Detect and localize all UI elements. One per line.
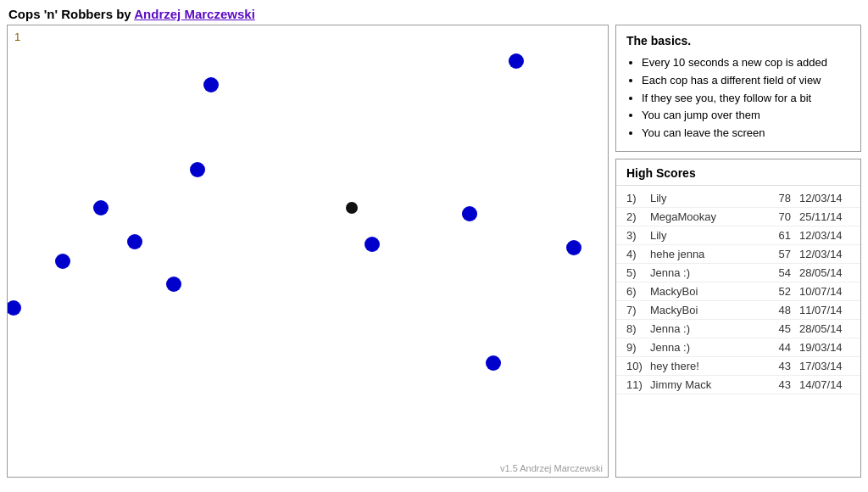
game-canvas[interactable]: 1 v1.5 Andrzej Marczewski bbox=[7, 25, 609, 478]
basics-title: The basics. bbox=[626, 34, 850, 48]
hs-name: Jenna :) bbox=[650, 341, 760, 354]
highscore-row: 7)MackyBoi4811/07/14 bbox=[616, 301, 860, 320]
version-label: v1.5 Andrzej Marczewski bbox=[500, 463, 603, 473]
hs-name: Jenna :) bbox=[650, 266, 760, 279]
hs-date: 19/03/14 bbox=[799, 341, 850, 354]
basics-item: Each cop has a different field of view bbox=[642, 72, 850, 90]
hs-score: 44 bbox=[760, 341, 791, 354]
score-label: 1 bbox=[14, 31, 20, 43]
hs-name: MegaMookay bbox=[650, 210, 760, 223]
hs-rank: 1) bbox=[626, 192, 650, 204]
main-layout: 1 v1.5 Andrzej Marczewski The basics. Ev… bbox=[0, 25, 868, 484]
cop-dot bbox=[462, 206, 477, 221]
highscore-row: 1)Lily7812/03/14 bbox=[616, 189, 860, 208]
hs-rank: 3) bbox=[626, 229, 650, 242]
cop-dot bbox=[166, 277, 181, 292]
hs-score: 45 bbox=[760, 322, 791, 335]
highscore-row: 10)hey there!4317/03/14 bbox=[616, 357, 860, 376]
title-text: Cops 'n' Robbers by bbox=[8, 7, 134, 21]
hs-date: 11/07/14 bbox=[799, 304, 850, 316]
hs-date: 28/05/14 bbox=[799, 322, 850, 335]
cop-dot bbox=[364, 237, 380, 252]
hs-date: 28/05/14 bbox=[799, 266, 850, 279]
page-header: Cops 'n' Robbers by Andrzej Marczewski bbox=[0, 0, 868, 25]
hs-date: 25/11/14 bbox=[799, 210, 850, 223]
hs-score: 57 bbox=[760, 248, 791, 260]
highscore-row: 6)MackyBoi5210/07/14 bbox=[616, 282, 860, 301]
hs-score: 54 bbox=[760, 266, 791, 279]
hs-rank: 10) bbox=[626, 360, 650, 372]
highscore-row: 8)Jenna :)4528/05/14 bbox=[616, 320, 860, 338]
hs-rank: 6) bbox=[626, 285, 650, 298]
highscore-row: 2)MegaMookay7025/11/14 bbox=[616, 208, 860, 226]
cop-dot bbox=[509, 53, 524, 69]
hs-name: hey there! bbox=[650, 360, 760, 372]
hs-date: 14/07/14 bbox=[799, 378, 850, 391]
hs-name: Lily bbox=[650, 192, 760, 204]
cop-dot bbox=[486, 355, 501, 371]
highscore-row: 3)Lily6112/03/14 bbox=[616, 226, 860, 245]
cop-dot bbox=[203, 77, 219, 92]
hs-rank: 8) bbox=[626, 322, 650, 335]
highscore-row: 11)Jimmy Mack4314/07/14 bbox=[616, 376, 860, 394]
highscore-row: 5)Jenna :)5428/05/14 bbox=[616, 264, 860, 282]
basics-item: If they see you, they follow for a bit bbox=[642, 90, 850, 108]
right-panel: The basics. Every 10 seconds a new cop i… bbox=[615, 25, 861, 478]
hs-name: MackyBoi bbox=[650, 285, 760, 298]
cop-dot bbox=[55, 254, 70, 269]
author-link[interactable]: Andrzej Marczewski bbox=[134, 7, 255, 21]
cop-dot bbox=[127, 234, 142, 249]
basics-item: You can leave the screen bbox=[642, 125, 850, 143]
cop-dot bbox=[190, 162, 205, 177]
cop-dot bbox=[7, 300, 21, 316]
basics-box: The basics. Every 10 seconds a new cop i… bbox=[615, 25, 861, 152]
hs-rank: 2) bbox=[626, 210, 650, 223]
hs-score: 48 bbox=[760, 304, 791, 316]
basics-item: Every 10 seconds a new cop is added bbox=[642, 54, 850, 72]
robber-dot bbox=[346, 202, 358, 214]
hs-score: 43 bbox=[760, 360, 791, 372]
hs-rank: 11) bbox=[626, 378, 650, 391]
cop-dot bbox=[566, 240, 581, 255]
highscore-row: 9)Jenna :)4419/03/14 bbox=[616, 338, 860, 357]
hs-date: 17/03/14 bbox=[799, 360, 850, 372]
hs-date: 12/03/14 bbox=[799, 229, 850, 242]
hs-date: 10/07/14 bbox=[799, 285, 850, 298]
hs-name: Lily bbox=[650, 229, 760, 242]
highscores-list[interactable]: 1)Lily7812/03/142)MegaMookay7025/11/143)… bbox=[616, 186, 860, 477]
hs-date: 12/03/14 bbox=[799, 192, 850, 204]
hs-score: 52 bbox=[760, 285, 791, 298]
hs-name: Jimmy Mack bbox=[650, 378, 760, 391]
basics-list: Every 10 seconds a new cop is addedEach … bbox=[626, 54, 850, 143]
hs-score: 70 bbox=[760, 210, 791, 223]
hs-rank: 4) bbox=[626, 248, 650, 260]
hs-score: 43 bbox=[760, 378, 791, 391]
highscores-box: High Scores 1)Lily7812/03/142)MegaMookay… bbox=[615, 159, 861, 478]
hs-name: MackyBoi bbox=[650, 304, 760, 316]
hs-score: 78 bbox=[760, 192, 791, 204]
hs-score: 61 bbox=[760, 229, 791, 242]
hs-name: hehe jenna bbox=[650, 248, 760, 260]
hs-rank: 9) bbox=[626, 341, 650, 354]
hs-rank: 7) bbox=[626, 304, 650, 316]
basics-item: You can jump over them bbox=[642, 107, 850, 125]
highscores-title: High Scores bbox=[616, 159, 860, 186]
hs-name: Jenna :) bbox=[650, 322, 760, 335]
hs-date: 12/03/14 bbox=[799, 248, 850, 260]
hs-rank: 5) bbox=[626, 266, 650, 279]
cop-dot bbox=[93, 200, 108, 215]
highscore-row: 4)hehe jenna5712/03/14 bbox=[616, 245, 860, 264]
